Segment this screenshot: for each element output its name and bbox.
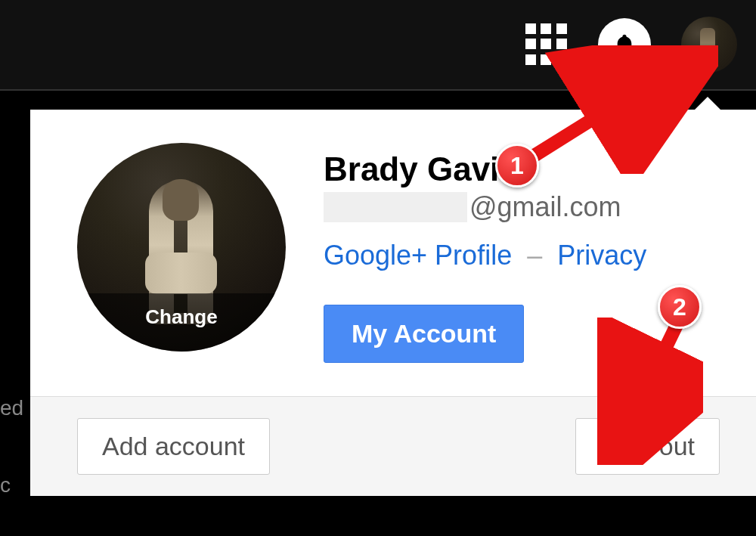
change-photo-label: Change [77, 293, 286, 352]
background-text-fragment: ed [0, 396, 23, 420]
header-bar [0, 0, 756, 91]
background-text-fragment: c [0, 473, 11, 497]
callout-badge-2: 2 [658, 285, 702, 329]
apps-grid-icon[interactable] [525, 23, 568, 66]
email-domain: @gmail.com [469, 191, 621, 223]
account-dropdown: Change Brady Gavin @gmail.com Google+ Pr… [30, 110, 756, 496]
bell-icon [612, 31, 637, 58]
my-account-button[interactable]: My Account [324, 305, 524, 363]
callout-badge-1: 1 [495, 144, 539, 187]
notifications-button[interactable] [598, 18, 651, 71]
google-plus-profile-link[interactable]: Google+ Profile [324, 240, 512, 271]
dropdown-footer: Add account Sign out [30, 396, 756, 496]
profile-avatar-large[interactable]: Change [77, 143, 286, 352]
email-redacted-block [324, 192, 467, 222]
sign-out-button[interactable]: Sign out [575, 418, 720, 475]
dropdown-main: Change Brady Gavin @gmail.com Google+ Pr… [30, 110, 756, 396]
add-account-button[interactable]: Add account [77, 418, 270, 475]
profile-links-row: Google+ Profile – Privacy [324, 240, 720, 271]
link-separator: – [527, 240, 542, 271]
account-avatar-button[interactable] [681, 17, 737, 73]
dropdown-caret-icon [694, 97, 721, 110]
privacy-link[interactable]: Privacy [557, 240, 646, 271]
user-email: @gmail.com [324, 191, 720, 223]
